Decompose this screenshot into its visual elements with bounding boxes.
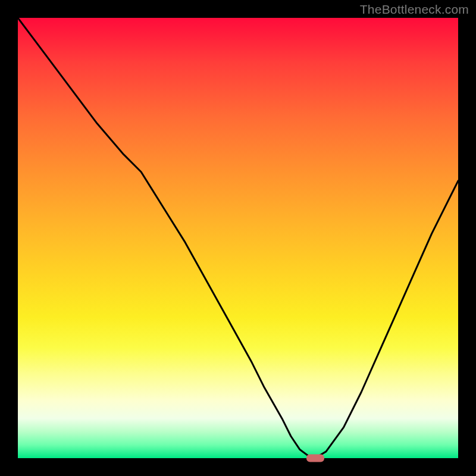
bottleneck-curve <box>18 18 458 458</box>
watermark-text: TheBottleneck.com <box>360 2 469 17</box>
minimum-marker <box>306 455 324 462</box>
curve-svg <box>18 18 458 458</box>
chart-container: TheBottleneck.com <box>0 0 476 476</box>
plot-area <box>18 18 458 458</box>
